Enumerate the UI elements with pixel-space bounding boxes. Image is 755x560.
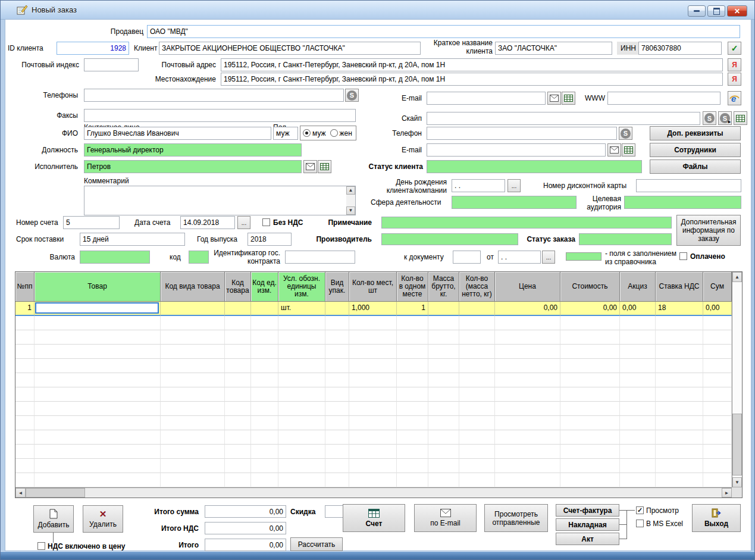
empty-cell[interactable] (495, 402, 560, 416)
empty-cell[interactable] (15, 359, 35, 373)
empty-cell[interactable] (349, 445, 397, 459)
empty-cell[interactable] (620, 402, 656, 416)
phones-skype-button[interactable]: S (345, 89, 359, 102)
empty-cell[interactable] (620, 430, 656, 445)
sphere-field[interactable] (452, 196, 577, 209)
fio-field[interactable]: Глушко Вячеслав Иванович (84, 127, 271, 140)
postal-address-field[interactable]: 195112, Россия, г Санкт-Петербург, Занев… (221, 58, 723, 71)
empty-cell[interactable] (225, 330, 251, 345)
audience-field[interactable] (624, 196, 741, 209)
empty-cell[interactable] (560, 387, 620, 402)
empty-cell[interactable] (459, 387, 495, 402)
gender-male-radio[interactable] (303, 129, 311, 137)
invoice-date-field[interactable]: 14.09.2018 (180, 216, 235, 229)
contract-id-field[interactable] (285, 251, 355, 264)
empty-cell[interactable] (325, 345, 349, 359)
view-sent-button[interactable]: Просмотреть отправленные (484, 504, 548, 532)
empty-cell[interactable] (251, 330, 278, 345)
empty-cell[interactable] (161, 459, 225, 473)
scroll-down-button[interactable]: ▼ (346, 207, 355, 215)
empty-cell[interactable] (703, 359, 732, 373)
empty-cell[interactable] (495, 373, 560, 387)
empty-cell[interactable] (560, 359, 620, 373)
client-status-field[interactable] (427, 160, 642, 173)
empty-cell[interactable] (495, 445, 560, 459)
empty-cell[interactable] (15, 459, 35, 473)
postal-address-map-button[interactable]: Я (728, 58, 741, 71)
employees-button[interactable]: Сотрудники (650, 143, 741, 157)
empty-cell[interactable] (225, 459, 251, 473)
empty-cell[interactable] (15, 316, 35, 330)
email-list-button[interactable] (562, 92, 575, 105)
empty-cell[interactable] (15, 416, 35, 430)
scroll-left-button[interactable]: ◄ (15, 488, 26, 498)
column-header[interactable]: Вид упак. (325, 272, 349, 302)
files-button[interactable]: Файлы (650, 159, 741, 174)
skype-list-button[interactable] (734, 111, 747, 125)
empty-cell[interactable] (620, 345, 656, 359)
comment-textarea[interactable]: ▲ ▼ (84, 186, 356, 215)
row1-cell[interactable]: 0,00 (620, 302, 656, 316)
horizontal-scroll-thumb[interactable] (26, 488, 85, 498)
email2-send-button[interactable] (607, 143, 621, 157)
row1-cell[interactable]: 1 (15, 302, 35, 316)
empty-cell[interactable] (225, 430, 251, 445)
scroll-up-button[interactable]: ▲ (732, 272, 742, 282)
empty-cell[interactable] (495, 387, 560, 402)
maximize-button[interactable] (707, 5, 725, 17)
empty-cell[interactable] (703, 316, 732, 330)
empty-cell[interactable] (225, 387, 251, 402)
empty-cell[interactable] (703, 402, 732, 416)
empty-cell[interactable] (459, 402, 495, 416)
client-id-field[interactable]: 1928 (57, 42, 129, 55)
empty-cell[interactable] (560, 402, 620, 416)
total-sum-field[interactable]: 0,00 (205, 505, 286, 518)
empty-cell[interactable] (325, 445, 349, 459)
empty-cell[interactable] (251, 430, 278, 445)
empty-cell[interactable] (35, 345, 161, 359)
empty-cell[interactable] (251, 359, 278, 373)
empty-cell[interactable] (560, 373, 620, 387)
no-vat-checkbox[interactable] (262, 218, 270, 226)
empty-cell[interactable] (656, 373, 703, 387)
empty-cell[interactable] (278, 445, 325, 459)
empty-cell[interactable] (397, 459, 428, 473)
column-header[interactable]: Цена (495, 272, 560, 302)
gender-female-radio[interactable] (330, 129, 338, 137)
empty-cell[interactable] (428, 445, 459, 459)
discount-card-field[interactable] (636, 179, 741, 192)
empty-cell[interactable] (656, 330, 703, 345)
column-header[interactable]: №пп (15, 272, 35, 302)
www-open-button[interactable]: e (728, 91, 741, 105)
row1-cell[interactable] (251, 302, 278, 316)
empty-cell[interactable] (251, 445, 278, 459)
column-header[interactable]: Ставка НДС (656, 272, 703, 302)
empty-cell[interactable] (325, 359, 349, 373)
empty-cell[interactable] (620, 473, 656, 487)
empty-cell[interactable] (560, 330, 620, 345)
empty-cell[interactable] (161, 330, 225, 345)
empty-cell[interactable] (397, 373, 428, 387)
row1-cell[interactable]: 18 (656, 302, 703, 316)
empty-cell[interactable] (428, 373, 459, 387)
empty-cell[interactable] (459, 459, 495, 473)
empty-cell[interactable] (251, 416, 278, 430)
empty-cell[interactable] (15, 373, 35, 387)
empty-cell[interactable] (225, 316, 251, 330)
currency-code-field[interactable] (189, 251, 209, 264)
empty-cell[interactable] (325, 316, 349, 330)
empty-cell[interactable] (703, 387, 732, 402)
email2-list-button[interactable] (622, 143, 635, 157)
delivery-field[interactable]: 15 дней (80, 233, 185, 246)
vertical-scroll-thumb[interactable] (732, 414, 742, 475)
empty-cell[interactable] (349, 316, 397, 330)
to-document-field[interactable] (453, 251, 481, 264)
column-header[interactable]: Масса брутто, кг. (428, 272, 459, 302)
manufacturer-field[interactable] (381, 233, 518, 245)
calculate-button[interactable]: Рассчитать (290, 537, 343, 551)
empty-cell[interactable] (15, 387, 35, 402)
scroll-right-button[interactable]: ► (722, 488, 732, 498)
empty-cell[interactable] (703, 345, 732, 359)
empty-cell[interactable] (251, 345, 278, 359)
www-field[interactable] (607, 92, 720, 105)
